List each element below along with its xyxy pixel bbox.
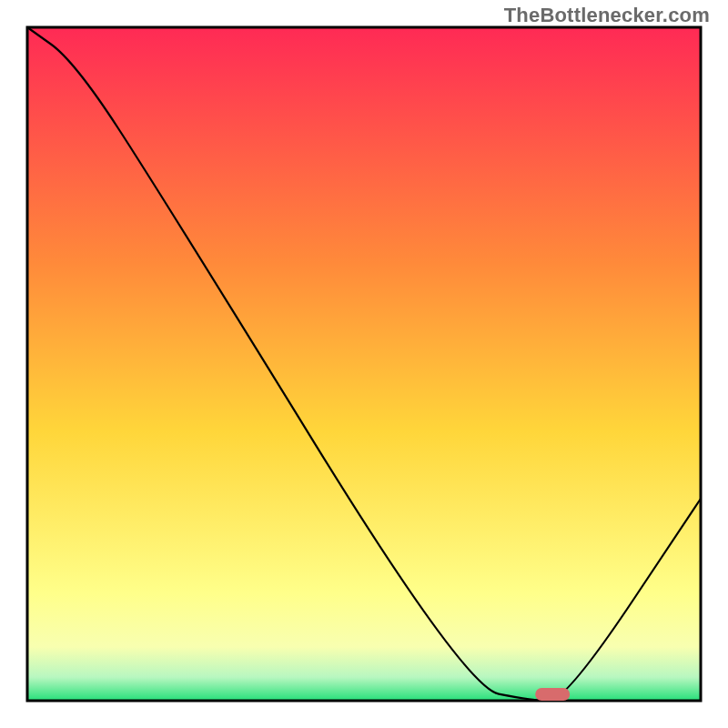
plot-area <box>27 27 701 701</box>
selected-point-marker <box>535 688 570 701</box>
bottleneck-chart <box>0 0 728 728</box>
chart-background <box>27 27 701 701</box>
watermark-text: TheBottlenecker.com <box>504 4 710 27</box>
